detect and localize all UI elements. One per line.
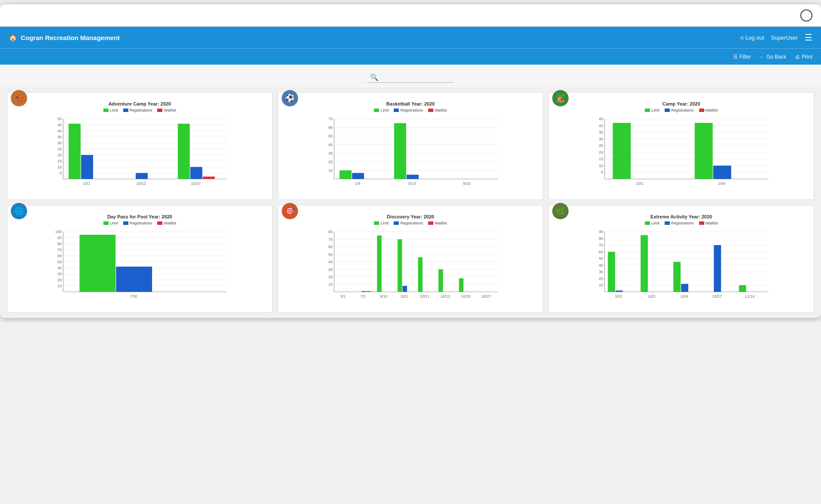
sub-bar: ☰ Filter ← Go Back 🖨 Print: [0, 48, 821, 65]
svg-text:3/1: 3/1: [340, 294, 345, 299]
svg-text:10: 10: [599, 283, 603, 287]
svg-text:50: 50: [57, 260, 62, 264]
svg-text:5: 5: [601, 170, 603, 174]
svg-text:60: 60: [328, 245, 333, 249]
nav-bar: 🏠 Cogran Recreation Management ⎋ Log out…: [0, 27, 821, 48]
svg-text:60: 60: [599, 250, 603, 254]
chart-card-basketball: ⚽Basketball Year: 2020LimitRegistrations…: [278, 92, 544, 200]
svg-rect-164: [608, 252, 616, 292]
svg-rect-29: [190, 167, 202, 179]
svg-rect-167: [641, 235, 648, 292]
svg-text:20: 20: [599, 150, 603, 155]
svg-text:40: 40: [328, 143, 333, 147]
svg-text:10/1: 10/1: [401, 294, 408, 299]
chart-area-discovery: 10203040506070803/17/19/1010/110/1110/12…: [282, 228, 540, 305]
svg-text:5/13: 5/13: [408, 181, 416, 186]
svg-text:9/10: 9/10: [463, 181, 470, 186]
svg-text:50: 50: [599, 256, 603, 261]
svg-text:7/30: 7/30: [130, 294, 137, 299]
svg-text:10/11: 10/11: [420, 294, 430, 299]
svg-text:5: 5: [59, 171, 62, 175]
svg-text:10: 10: [328, 282, 333, 286]
svg-rect-174: [739, 285, 746, 292]
svg-rect-26: [136, 173, 148, 179]
svg-text:1/9: 1/9: [355, 181, 360, 186]
chart-area-day-pass-pool: 1020304050607080901007/30: [11, 228, 269, 305]
svg-text:20: 20: [57, 278, 62, 282]
right-nav: ⎋ Log out SuperUser ☰: [740, 32, 812, 43]
svg-text:40: 40: [57, 266, 62, 270]
svg-text:60: 60: [328, 125, 333, 130]
svg-text:20: 20: [328, 160, 333, 164]
svg-rect-28: [178, 124, 190, 179]
svg-text:40: 40: [599, 124, 603, 128]
svg-rect-24: [81, 155, 93, 179]
svg-rect-136: [418, 257, 422, 292]
filter-btn[interactable]: ☰ Filter: [733, 54, 751, 60]
arrow-left-icon: ←: [759, 54, 765, 60]
svg-text:60: 60: [57, 254, 62, 258]
svg-rect-23: [68, 124, 81, 179]
svg-rect-131: [377, 236, 381, 292]
svg-rect-30: [203, 177, 215, 179]
svg-text:35: 35: [599, 130, 603, 134]
svg-text:20: 20: [599, 277, 603, 281]
svg-text:10: 10: [328, 168, 333, 173]
svg-text:10/12: 10/12: [137, 181, 146, 186]
svg-rect-53: [407, 175, 419, 179]
svg-text:50: 50: [328, 134, 333, 138]
svg-text:11/14: 11/14: [745, 294, 755, 299]
chart-legend-camp: LimitRegistrationsWaitlist: [552, 108, 810, 112]
svg-rect-79: [695, 123, 713, 179]
svg-text:20: 20: [328, 275, 333, 279]
logout-btn[interactable]: ⎋ Log out: [740, 34, 764, 41]
svg-rect-49: [339, 171, 351, 179]
svg-rect-170: [681, 284, 688, 292]
chart-legend-discovery: LimitRegistrationsWaitlist: [282, 221, 540, 225]
svg-text:10/4: 10/4: [718, 181, 726, 186]
chart-area-basketball: 102030405060701/95/139/10: [282, 115, 540, 193]
chart-card-discovery: 🎯Discovery Year: 2020LimitRegistrationsW…: [278, 205, 544, 313]
svg-text:100: 100: [55, 230, 62, 234]
svg-text:25: 25: [57, 147, 62, 151]
svg-rect-140: [459, 278, 463, 292]
browser-circle: [800, 9, 812, 22]
svg-text:70: 70: [599, 243, 603, 247]
print-btn[interactable]: 🖨 Print: [795, 54, 812, 60]
svg-text:7/1: 7/1: [361, 294, 366, 299]
svg-text:90: 90: [599, 230, 603, 234]
chart-card-camp: 🏕️Camp Year: 2020LimitRegistrationsWaitl…: [548, 92, 814, 200]
chart-area-adventure-camp: 510152025303540455010/110/1210/27: [11, 115, 269, 193]
svg-text:10/27: 10/27: [191, 181, 201, 186]
search-icon: 🔍: [370, 73, 379, 81]
svg-text:10/26: 10/26: [461, 294, 471, 299]
chart-legend-adventure-camp: LimitRegistrationsWaitlist: [11, 108, 269, 112]
home-icon: 🏠: [9, 34, 17, 42]
svg-text:10/1: 10/1: [615, 294, 623, 299]
chart-title-camp: Camp Year: 2020: [552, 101, 810, 106]
search-input[interactable]: [380, 75, 449, 81]
chart-title-day-pass-pool: Day Pass for Pool Year: 2020: [11, 214, 269, 219]
hamburger-icon[interactable]: ☰: [805, 32, 812, 43]
brand: 🏠 Cogran Recreation Management: [9, 34, 120, 42]
chart-card-day-pass-pool: 🌐Day Pass for Pool Year: 2020LimitRegist…: [7, 205, 273, 313]
svg-text:45: 45: [57, 123, 62, 127]
svg-rect-129: [367, 291, 371, 292]
svg-text:70: 70: [328, 237, 333, 242]
svg-rect-80: [713, 166, 731, 179]
goback-btn[interactable]: ← Go Back: [759, 54, 786, 60]
svg-rect-106: [116, 267, 152, 292]
svg-text:10/27: 10/27: [481, 294, 491, 299]
svg-text:30: 30: [599, 270, 603, 274]
svg-text:10/1: 10/1: [83, 181, 90, 186]
charts-grid: 🏀Adventure Camp Year: 2020LimitRegistrat…: [0, 87, 821, 318]
svg-text:40: 40: [328, 260, 333, 264]
chart-area-camp: 5101520253035404510/110/4: [552, 115, 810, 193]
svg-rect-77: [613, 123, 631, 179]
chart-legend-extreme-activity: LimitRegistrationsWaitlist: [552, 221, 810, 225]
chart-card-adventure-camp: 🏀Adventure Camp Year: 2020LimitRegistrat…: [7, 92, 273, 200]
svg-text:40: 40: [57, 129, 62, 133]
svg-text:10/1: 10/1: [636, 181, 644, 186]
svg-text:15: 15: [57, 159, 62, 163]
svg-rect-172: [714, 245, 721, 292]
